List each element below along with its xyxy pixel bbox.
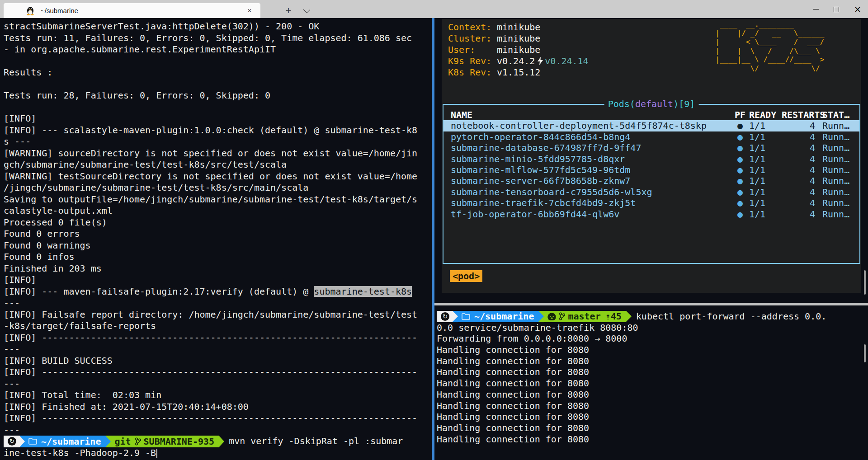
pod-row[interactable]: tf-job-operator-6bb69fd44-qlw6v●1/14Runn… [443, 209, 859, 220]
command-input[interactable]: mvn verify -DskipRat -pl :submar [229, 436, 403, 447]
terminal-output-line: calastyle-output.xml [4, 205, 432, 217]
pod-name: submarine-traefik-7cbcfd4bd9-zkj5t [451, 197, 731, 208]
pod-row[interactable]: submarine-minio-5fdd957785-d8qxr●1/14Run… [443, 154, 859, 164]
scrollbar-thumb-top-pane[interactable] [864, 270, 866, 295]
left-shell-prompt: ↻ ~/submarine git SUBMARINE-935 mvn veri… [4, 436, 432, 447]
terminal-output-line: --- [4, 343, 432, 355]
powerline-separator [626, 311, 632, 322]
k9s-pane[interactable]: Context:minikube Cluster:minikube User:m… [442, 19, 861, 293]
terminal-output-line: - in org.apache.submarine.rest.Experimen… [4, 44, 432, 56]
pod-name: submarine-database-674987ff7d-9ff47 [451, 142, 731, 153]
pod-status: Runn… [818, 197, 856, 208]
terminal-output-line: [INFO] --- scalastyle-maven-plugin:1.0.0… [4, 125, 432, 136]
pod-ready: 1/1 [749, 154, 782, 164]
pod-status: Runn… [818, 154, 856, 164]
pod-ready: 1/1 [749, 209, 782, 220]
git-ahead-count: ⇡45 [605, 311, 622, 322]
pod-row[interactable]: submarine-mlflow-577fd5c549-96tdm●1/14Ru… [443, 164, 859, 175]
terminal-output-line: Handling connection for 8080 [437, 366, 868, 378]
terminal-output-line: -k8s/target/failsafe-reports [4, 320, 432, 332]
tab-dropdown-button[interactable] [297, 3, 316, 18]
folder-icon [462, 313, 470, 320]
pod-ready: 1/1 [749, 175, 782, 186]
terminal-output-line: /jingch/submarine/submarine-test/test-k8… [4, 182, 432, 194]
pod-row[interactable]: submarine-traefik-7cbcfd4bd9-zkj5t●1/14R… [443, 197, 859, 208]
pod-ready: 1/1 [749, 131, 782, 142]
pod-restarts: 4 [782, 142, 818, 153]
minimize-button[interactable] [806, 0, 826, 18]
pod-restarts: 4 [782, 120, 818, 131]
terminal-output-line: [INFO] Finished at: 2021-07-15T20:40:14+… [4, 401, 432, 413]
terminal-output-line: Forwarding from 0.0.0.0:8080 → 8000 [437, 333, 868, 344]
cwd-label: ~/submarine [474, 311, 534, 322]
tux-linux-icon [26, 6, 34, 15]
bottom-terminal-pane[interactable]: ↻ ~/submarine master ⇡45 kubectl port-fo… [434, 305, 868, 460]
terminal-output-line: gch/submarine/submarine-test/test-k8s/sr… [4, 159, 432, 171]
pods-header-row: NAME PF READY RESTARTS STAT… [443, 109, 859, 120]
pod-restarts: 4 [782, 164, 818, 175]
pod-name: submarine-server-66f7b8658b-zknw7 [451, 175, 731, 186]
pod-ready: 1/1 [749, 197, 782, 208]
pf-dot-icon: ● [731, 209, 749, 220]
terminal-output-line: --- [4, 378, 432, 390]
terminal-output-line: Handling connection for 8080 [437, 434, 868, 445]
titlebar: ~/submarine × + × [0, 0, 868, 18]
tab-close-icon[interactable]: × [244, 5, 255, 16]
terminal-output-line: Handling connection for 8080 [437, 356, 868, 367]
k9s-cluster-row: Cluster:minikube [448, 33, 589, 44]
cwd-segment: ~/submarine [25, 436, 105, 447]
terminal-tab[interactable]: ~/submarine × [4, 3, 260, 18]
restore-button[interactable] [826, 0, 847, 18]
close-button[interactable]: × [847, 0, 868, 18]
new-tab-button[interactable]: + [279, 3, 297, 18]
pod-restarts: 4 [782, 175, 818, 186]
terminal-output-line: Handling connection for 8080 [437, 411, 868, 422]
git-segment: git SUBMARINE-935 [111, 436, 219, 447]
pf-dot-icon: ● [731, 142, 749, 153]
terminal-output-line: [INFO] ---------------------------------… [4, 366, 432, 378]
terminal-output-line: Found 0 warnings [4, 240, 432, 252]
terminal-output-line: Finished in 203 ms [4, 263, 432, 275]
left-terminal-pane[interactable]: stractSubmarineServerTest.java:httpDelet… [0, 18, 432, 460]
terminal-output-line: 0.0 service/submarine-traefik 8080:80 [437, 322, 868, 333]
terminal-output-line: [INFO] Failsafe report directory: /home/… [4, 309, 432, 321]
os-segment: ↻ [4, 436, 19, 447]
scrollbar-thumb-bottom-pane[interactable] [864, 344, 866, 362]
command-input-wrap[interactable]: ine-test-k8s -Phadoop-2.9 -B [4, 447, 432, 459]
terminal-output-line: --- [4, 297, 432, 309]
terminal-output-line: [INFO] [4, 274, 432, 286]
terminal-workspace: stractSubmarineServerTest.java:httpDelet… [0, 18, 868, 460]
restore-icon [834, 7, 839, 12]
powerline-separator [453, 311, 458, 322]
pod-row[interactable]: pytorch-operator-844c866d54-b8ng4●1/14Ru… [443, 131, 859, 142]
k9s-ascii-logo: ____ __.________ | |/ _/ __ \______ | < … [716, 20, 829, 73]
close-icon: × [854, 4, 861, 14]
terminal-output-line: Handling connection for 8080 [437, 378, 868, 389]
os-icon: ↻ [8, 437, 16, 446]
bottom-shell-prompt: ↻ ~/submarine master ⇡45 kubectl port-fo… [437, 311, 868, 322]
powerline-separator [538, 311, 544, 322]
pf-dot-icon: ● [731, 197, 749, 208]
terminal-output-line: [INFO] ---------------------------------… [4, 413, 432, 424]
pod-row[interactable]: submarine-server-66f7b8658b-zknw7●1/14Ru… [443, 175, 859, 186]
pods-panel: Pods(default)[9] NAME PF READY RESTARTS … [443, 104, 860, 264]
terminal-output-line: Saving to outputFile=/home/jingch/submar… [4, 194, 432, 206]
terminal-output-line: stractSubmarineServerTest.java:httpDelet… [4, 21, 432, 33]
terminal-output-line: [WARNING] sourceDirectory is not specifi… [4, 148, 432, 160]
terminal-output-line: Handling connection for 8080 [437, 389, 868, 400]
pf-dot-icon: ● [731, 187, 749, 197]
terminal-output-line: [INFO] ---------------------------------… [4, 332, 432, 344]
terminal-output-line: Found 0 errors [4, 228, 432, 240]
pod-row[interactable]: notebook-controller-deployment-5d4f5f874… [443, 120, 859, 131]
pod-row[interactable]: submarine-database-674987ff7d-9ff47●1/14… [443, 142, 859, 153]
pod-restarts: 4 [782, 197, 818, 208]
pf-dot-icon: ● [731, 131, 749, 142]
command-input[interactable]: kubectl port-forward --address 0.0. [636, 311, 826, 322]
pod-row[interactable]: submarine-tensorboard-c7955d5d6-wl5xg●1/… [443, 187, 859, 197]
terminal-output-line: [INFO] Total time: 02:03 min [4, 390, 432, 401]
terminal-output-line: [INFO] --- maven-failsafe-plugin:2.17:ve… [4, 286, 432, 298]
terminal-output-line: Tests run: 28, Failures: 0, Errors: 0, S… [4, 90, 432, 102]
powerline-separator [105, 436, 111, 447]
terminal-output-line: Tests run: 11, Failures: 0, Errors: 0, S… [4, 33, 432, 44]
git-branch-label: master [568, 311, 600, 322]
